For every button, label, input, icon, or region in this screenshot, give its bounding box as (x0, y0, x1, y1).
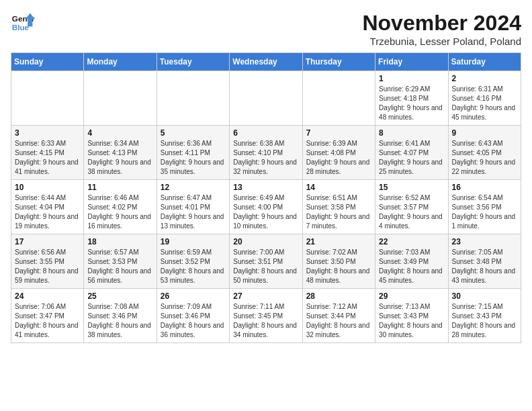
day-cell: 15Sunrise: 6:52 AM Sunset: 3:57 PM Dayli… (375, 180, 448, 234)
header-saturday: Saturday (448, 53, 521, 71)
day-cell: 10Sunrise: 6:44 AM Sunset: 4:04 PM Dayli… (11, 180, 84, 234)
day-cell: 23Sunrise: 7:05 AM Sunset: 3:48 PM Dayli… (448, 234, 521, 289)
day-number: 17 (15, 237, 80, 246)
day-cell: 25Sunrise: 7:08 AM Sunset: 3:46 PM Dayli… (84, 289, 157, 343)
day-number: 10 (15, 183, 80, 192)
day-cell: 7Sunrise: 6:39 AM Sunset: 4:08 PM Daylig… (302, 126, 375, 180)
day-cell (11, 71, 84, 126)
day-info: Sunrise: 7:02 AM Sunset: 3:50 PM Dayligh… (306, 248, 371, 285)
month-title: November 2024 (362, 11, 521, 36)
svg-text:Blue: Blue (12, 23, 30, 32)
day-cell: 24Sunrise: 7:06 AM Sunset: 3:47 PM Dayli… (11, 289, 84, 343)
day-cell: 13Sunrise: 6:49 AM Sunset: 4:00 PM Dayli… (230, 180, 302, 234)
location: Trzebunia, Lesser Poland, Poland (362, 36, 521, 47)
day-info: Sunrise: 6:52 AM Sunset: 3:57 PM Dayligh… (379, 193, 444, 231)
day-info: Sunrise: 6:31 AM Sunset: 4:16 PM Dayligh… (452, 85, 517, 122)
header-thursday: Thursday (302, 53, 375, 71)
day-info: Sunrise: 7:13 AM Sunset: 3:43 PM Dayligh… (379, 302, 444, 340)
day-cell: 4Sunrise: 6:34 AM Sunset: 4:13 PM Daylig… (84, 126, 157, 180)
week-row-1: 3Sunrise: 6:33 AM Sunset: 4:15 PM Daylig… (11, 126, 521, 180)
day-info: Sunrise: 6:59 AM Sunset: 3:52 PM Dayligh… (161, 248, 226, 285)
week-row-3: 17Sunrise: 6:56 AM Sunset: 3:55 PM Dayli… (11, 234, 521, 289)
day-info: Sunrise: 6:29 AM Sunset: 4:18 PM Dayligh… (379, 85, 444, 122)
header-sunday: Sunday (11, 53, 84, 71)
day-number: 16 (452, 183, 517, 192)
logo: General Blue (11, 11, 35, 35)
logo-icon: General Blue (11, 11, 35, 35)
day-number: 24 (15, 291, 80, 301)
day-number: 25 (87, 291, 152, 301)
day-number: 1 (379, 74, 444, 83)
day-info: Sunrise: 7:12 AM Sunset: 3:44 PM Dayligh… (306, 302, 371, 340)
header-tuesday: Tuesday (157, 53, 229, 71)
day-info: Sunrise: 6:57 AM Sunset: 3:53 PM Dayligh… (87, 248, 152, 285)
day-cell: 2Sunrise: 6:31 AM Sunset: 4:16 PM Daylig… (448, 71, 521, 126)
day-info: Sunrise: 6:33 AM Sunset: 4:15 PM Dayligh… (15, 139, 80, 177)
day-number: 11 (87, 183, 152, 192)
day-cell: 12Sunrise: 6:47 AM Sunset: 4:01 PM Dayli… (157, 180, 229, 234)
day-number: 23 (452, 237, 517, 246)
day-cell: 16Sunrise: 6:54 AM Sunset: 3:56 PM Dayli… (448, 180, 521, 234)
day-info: Sunrise: 6:38 AM Sunset: 4:10 PM Dayligh… (233, 139, 298, 177)
day-number: 15 (379, 183, 444, 192)
day-number: 3 (15, 128, 80, 138)
day-number: 14 (306, 183, 371, 192)
day-number: 21 (306, 237, 371, 246)
title-block: November 2024 Trzebunia, Lesser Poland, … (362, 11, 521, 47)
day-cell: 21Sunrise: 7:02 AM Sunset: 3:50 PM Dayli… (302, 234, 375, 289)
day-cell: 11Sunrise: 6:46 AM Sunset: 4:02 PM Dayli… (84, 180, 157, 234)
day-cell (230, 71, 302, 126)
header-wednesday: Wednesday (230, 53, 302, 71)
header-friday: Friday (375, 53, 448, 71)
day-info: Sunrise: 6:43 AM Sunset: 4:05 PM Dayligh… (452, 139, 517, 177)
day-number: 4 (87, 128, 152, 138)
day-info: Sunrise: 6:56 AM Sunset: 3:55 PM Dayligh… (15, 248, 80, 285)
day-cell: 3Sunrise: 6:33 AM Sunset: 4:15 PM Daylig… (11, 126, 84, 180)
day-number: 5 (161, 128, 226, 138)
day-number: 18 (87, 237, 152, 246)
day-number: 26 (161, 291, 226, 301)
day-number: 30 (452, 291, 517, 301)
day-info: Sunrise: 6:36 AM Sunset: 4:11 PM Dayligh… (161, 139, 226, 177)
week-row-2: 10Sunrise: 6:44 AM Sunset: 4:04 PM Dayli… (11, 180, 521, 234)
day-info: Sunrise: 6:34 AM Sunset: 4:13 PM Dayligh… (87, 139, 152, 177)
day-number: 19 (161, 237, 226, 246)
day-info: Sunrise: 7:08 AM Sunset: 3:46 PM Dayligh… (87, 302, 152, 340)
day-number: 20 (233, 237, 298, 246)
day-info: Sunrise: 6:44 AM Sunset: 4:04 PM Dayligh… (15, 193, 80, 231)
day-number: 22 (379, 237, 444, 246)
day-cell: 27Sunrise: 7:11 AM Sunset: 3:45 PM Dayli… (230, 289, 302, 343)
day-info: Sunrise: 7:11 AM Sunset: 3:45 PM Dayligh… (233, 302, 298, 340)
header-row: Sunday Monday Tuesday Wednesday Thursday… (11, 53, 521, 71)
day-number: 12 (161, 183, 226, 192)
day-cell: 19Sunrise: 6:59 AM Sunset: 3:52 PM Dayli… (157, 234, 229, 289)
calendar-table: Sunday Monday Tuesday Wednesday Thursday… (11, 52, 521, 343)
day-info: Sunrise: 7:03 AM Sunset: 3:49 PM Dayligh… (379, 248, 444, 285)
header-monday: Monday (84, 53, 157, 71)
day-cell: 26Sunrise: 7:09 AM Sunset: 3:46 PM Dayli… (157, 289, 229, 343)
day-cell: 28Sunrise: 7:12 AM Sunset: 3:44 PM Dayli… (302, 289, 375, 343)
day-cell (84, 71, 157, 126)
day-info: Sunrise: 6:46 AM Sunset: 4:02 PM Dayligh… (87, 193, 152, 231)
day-number: 2 (452, 74, 517, 83)
day-cell: 22Sunrise: 7:03 AM Sunset: 3:49 PM Dayli… (375, 234, 448, 289)
day-number: 7 (306, 128, 371, 138)
day-cell: 14Sunrise: 6:51 AM Sunset: 3:58 PM Dayli… (302, 180, 375, 234)
day-number: 9 (452, 128, 517, 138)
day-cell: 6Sunrise: 6:38 AM Sunset: 4:10 PM Daylig… (230, 126, 302, 180)
day-cell: 17Sunrise: 6:56 AM Sunset: 3:55 PM Dayli… (11, 234, 84, 289)
day-cell: 30Sunrise: 7:15 AM Sunset: 3:43 PM Dayli… (448, 289, 521, 343)
day-number: 8 (379, 128, 444, 138)
day-cell: 1Sunrise: 6:29 AM Sunset: 4:18 PM Daylig… (375, 71, 448, 126)
day-number: 6 (233, 128, 298, 138)
week-row-0: 1Sunrise: 6:29 AM Sunset: 4:18 PM Daylig… (11, 71, 521, 126)
day-info: Sunrise: 6:47 AM Sunset: 4:01 PM Dayligh… (161, 193, 226, 231)
day-info: Sunrise: 6:49 AM Sunset: 4:00 PM Dayligh… (233, 193, 298, 231)
day-cell (302, 71, 375, 126)
day-cell: 20Sunrise: 7:00 AM Sunset: 3:51 PM Dayli… (230, 234, 302, 289)
day-cell: 5Sunrise: 6:36 AM Sunset: 4:11 PM Daylig… (157, 126, 229, 180)
day-number: 28 (306, 291, 371, 301)
day-info: Sunrise: 7:09 AM Sunset: 3:46 PM Dayligh… (161, 302, 226, 340)
day-cell: 18Sunrise: 6:57 AM Sunset: 3:53 PM Dayli… (84, 234, 157, 289)
day-info: Sunrise: 7:06 AM Sunset: 3:47 PM Dayligh… (15, 302, 80, 340)
